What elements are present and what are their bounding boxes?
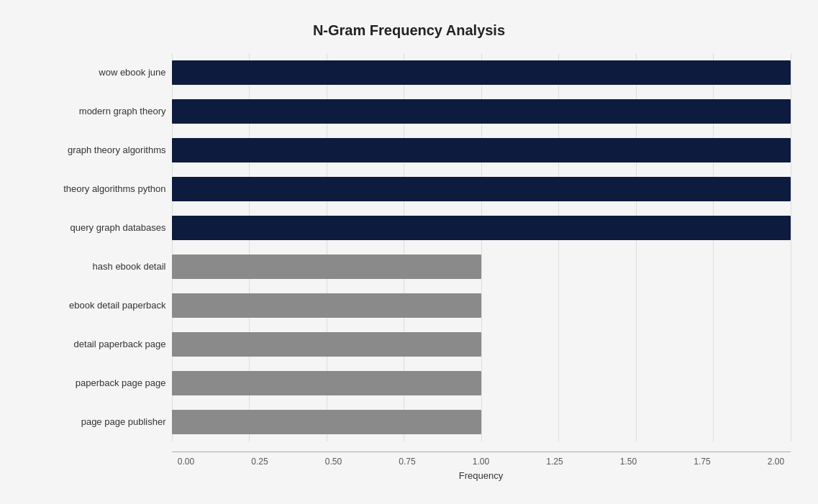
x-tick-label: 1.00 <box>467 457 496 467</box>
x-tick-label: 2.00 <box>762 457 791 467</box>
bar <box>172 138 791 162</box>
bar-row <box>172 174 791 204</box>
y-label: wow ebook june <box>28 67 166 78</box>
bar <box>172 177 791 201</box>
x-tick-label: 0.75 <box>393 457 422 467</box>
bar-row <box>172 58 791 88</box>
bar-row <box>172 407 791 437</box>
bar <box>172 60 791 85</box>
y-label: query graph databases <box>28 222 166 234</box>
y-label: paperback page page <box>28 377 166 389</box>
bar <box>172 410 481 434</box>
bar <box>172 371 481 395</box>
bar-row <box>172 213 791 243</box>
y-label: hash ebook detail <box>28 261 166 272</box>
bar <box>172 255 481 279</box>
bar-row <box>172 290 791 321</box>
bar-row <box>172 96 791 127</box>
plot-area: 0.000.250.500.751.001.251.501.752.00Freq… <box>172 53 791 441</box>
y-label: theory algorithms python <box>28 183 166 195</box>
chart-title: N-Gram Frequency Analysis <box>28 22 791 39</box>
chart-container: N-Gram Frequency Analysis wow ebook june… <box>14 8 805 497</box>
y-label: ebook detail paperback <box>28 300 166 311</box>
chart-area: wow ebook junemodern graph theorygraph t… <box>28 53 791 441</box>
y-label: detail paperback page <box>28 339 166 350</box>
x-tick-label: 0.00 <box>172 457 201 467</box>
bar <box>172 293 481 318</box>
bar <box>172 99 791 124</box>
x-tick-label: 1.50 <box>614 457 643 467</box>
x-tick-label: 0.25 <box>245 457 274 467</box>
x-tick-label: 1.25 <box>540 457 569 467</box>
x-axis-label: Frequency <box>172 470 791 481</box>
bar-row <box>172 135 791 165</box>
x-tick-label: 0.50 <box>319 457 348 467</box>
bar-row <box>172 252 791 282</box>
bar <box>172 216 791 240</box>
y-label: page page publisher <box>28 416 166 428</box>
x-tick-label: 1.75 <box>688 457 717 467</box>
bar <box>172 332 481 357</box>
grid-line <box>791 53 791 441</box>
bar-row <box>172 329 791 359</box>
bar-row <box>172 368 791 398</box>
x-ticks: 0.000.250.500.751.001.251.501.752.00 <box>172 457 791 467</box>
y-label: graph theory algorithms <box>28 145 166 156</box>
y-labels: wow ebook junemodern graph theorygraph t… <box>28 53 172 441</box>
y-label: modern graph theory <box>28 106 166 117</box>
